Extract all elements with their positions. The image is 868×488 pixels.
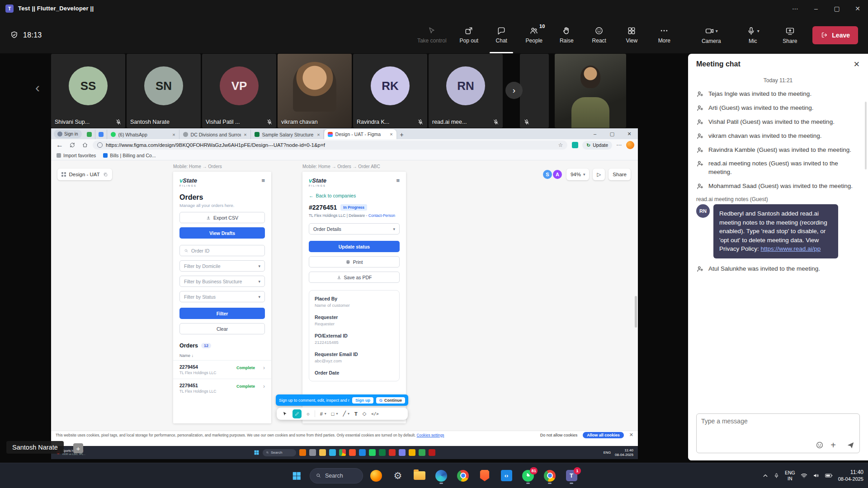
mic-button[interactable]: ▾ Mic	[732, 17, 774, 53]
zoom-control[interactable]: 94% ▾	[566, 169, 590, 180]
chat-close-icon[interactable]: ✕	[854, 60, 860, 69]
chevron-down-icon[interactable]: ▾	[336, 412, 338, 416]
frame-label[interactable]: Mobile: Home → Orders	[173, 164, 222, 169]
tab-close-icon[interactable]: ×	[172, 132, 175, 137]
favorite-bookmark-item[interactable]: Bills | Billing and Co...	[103, 153, 156, 158]
search-pill[interactable]: Search	[263, 449, 296, 456]
dev-mode-icon[interactable]: </>	[371, 412, 378, 416]
app-icon[interactable]	[309, 449, 316, 456]
scroll-right-icon[interactable]: ›	[505, 82, 523, 99]
taskbar-search[interactable]: Search	[310, 468, 363, 483]
chrome-icon[interactable]	[454, 467, 472, 484]
contact-person-link[interactable]: Contact-Person	[368, 213, 395, 218]
participant-tile[interactable]: vikram chavan	[278, 54, 352, 128]
participant-tile[interactable]: RK Ravindra K...	[353, 54, 427, 128]
filter-button[interactable]: Filter	[179, 308, 265, 319]
chrome-profile2-icon[interactable]	[541, 467, 558, 484]
message-bubble[interactable]: Redberyl and Santosh added read.ai meeti…	[713, 204, 838, 258]
app-icon[interactable]	[319, 449, 326, 456]
browser-maximize-button[interactable]: ▢	[604, 128, 621, 139]
edge-icon[interactable]	[433, 467, 450, 484]
filter-status-select[interactable]: Filter by Status▾	[179, 291, 265, 302]
message-input-box[interactable]: +	[696, 413, 860, 453]
browser-tab[interactable]: Sample Salary Structure with cal... ×	[251, 130, 324, 139]
new-tab-button[interactable]: +	[396, 130, 407, 139]
hamburger-icon[interactable]: ≡	[261, 177, 265, 184]
people-button[interactable]: 10 People	[518, 17, 550, 53]
browser-tab-active[interactable]: Design - UAT - Figma ×	[324, 129, 396, 139]
chevron-down-icon[interactable]: ▾	[325, 412, 326, 416]
app-icon[interactable]	[409, 449, 415, 456]
browser-close-button[interactable]: ✕	[621, 128, 638, 139]
app-icon[interactable]	[419, 449, 425, 456]
app-icon[interactable]	[379, 449, 386, 456]
share-controls-button[interactable]: +	[73, 443, 83, 453]
file-explorer-icon[interactable]	[411, 467, 428, 484]
raise-hand-button[interactable]: Raise	[550, 17, 583, 53]
filter-structure-select[interactable]: Filter by Business Structure▾	[179, 276, 265, 287]
camera-dropdown-icon[interactable]: ▾	[716, 28, 718, 33]
extension-icon[interactable]	[572, 142, 578, 148]
participant-tile[interactable]: SS Shivani Sup...	[51, 54, 125, 128]
tab-close-icon[interactable]: ×	[390, 131, 392, 137]
figma-file-chip[interactable]: Design - UAT	[57, 169, 112, 180]
order-id-input[interactable]: Order ID	[179, 245, 265, 256]
canvas-scrollbar[interactable]	[635, 296, 637, 328]
comment-tool-icon[interactable]: ○	[307, 411, 310, 417]
update-status-button[interactable]: Update status	[309, 241, 400, 252]
participant-tile[interactable]	[555, 54, 626, 128]
browser-minimize-button[interactable]: –	[586, 128, 604, 139]
taskbar-clock[interactable]: 11:40 08-04-2025	[838, 469, 863, 483]
pop-out-button[interactable]: Pop out	[453, 17, 485, 53]
app-icon[interactable]	[339, 449, 346, 456]
attach-icon[interactable]: +	[830, 441, 836, 450]
whatsapp-icon[interactable]: 81	[519, 467, 537, 484]
view-drafts-button[interactable]: View Drafts	[179, 227, 265, 239]
site-info-icon[interactable]	[97, 142, 103, 148]
actions-tool-icon[interactable]: ◇	[363, 411, 366, 417]
start-icon[interactable]	[254, 450, 259, 455]
hamburger-icon[interactable]: ≡	[396, 177, 400, 184]
frame-label[interactable]: Mobile: Home → Orders → Order ABC	[302, 164, 380, 169]
browser-update-button[interactable]: ↻ Update	[582, 141, 612, 150]
app-icon[interactable]	[359, 449, 366, 456]
print-button[interactable]: Print	[309, 256, 400, 267]
settings-icon[interactable]: ⚙	[389, 467, 406, 484]
sign-up-button[interactable]: Sign up	[352, 397, 373, 404]
collaborator-avatar[interactable]: A	[552, 169, 563, 180]
titlebar-more-icon[interactable]: ⋯	[785, 0, 806, 17]
hidden-icons-chevron[interactable]	[763, 473, 768, 479]
volume-icon[interactable]	[813, 472, 820, 479]
mockup-orders-frame[interactable]: vState FILINGS ≡ Orders Manage all your …	[173, 172, 271, 423]
app-icon[interactable]	[389, 449, 396, 456]
pinned-tab[interactable]	[84, 130, 95, 139]
maximize-button[interactable]: ▢	[826, 0, 847, 17]
browser-menu-icon[interactable]: ⋯	[616, 142, 622, 148]
tab-close-icon[interactable]: ×	[244, 132, 246, 137]
tab-close-icon[interactable]: ×	[317, 132, 320, 137]
privacy-policy-link[interactable]: https://www.read.ai/pp	[761, 245, 821, 252]
send-icon[interactable]	[846, 441, 855, 450]
continue-with-google-button[interactable]: G Continue	[376, 397, 405, 404]
browser-tab[interactable]: DC Divisions and Surroundings ×	[179, 130, 251, 139]
favorite-star-icon[interactable]: ☆	[558, 142, 563, 148]
react-button[interactable]: React	[583, 17, 615, 53]
frame-tool-icon[interactable]: #	[320, 411, 323, 417]
vscode-icon[interactable]: ‹›	[498, 467, 515, 484]
app-icon[interactable]	[369, 449, 376, 456]
mic-dropdown-icon[interactable]: ▾	[757, 28, 760, 33]
camera-button[interactable]: ▾ Camera	[690, 17, 732, 53]
clear-button[interactable]: Clear	[179, 323, 265, 334]
app-icon[interactable]	[349, 449, 356, 456]
present-button[interactable]: ▷	[593, 169, 605, 180]
more-button[interactable]: More	[648, 17, 680, 53]
orders-column-header[interactable]: Name ↓	[179, 353, 265, 358]
firefox-icon[interactable]	[368, 467, 385, 484]
minimize-button[interactable]: –	[806, 0, 826, 17]
participant-tile-partial[interactable]	[520, 54, 549, 128]
app-icon[interactable]	[429, 449, 435, 456]
emoji-icon[interactable]	[816, 441, 824, 449]
shape-tool-icon[interactable]: □	[331, 411, 335, 417]
participant-tile[interactable]: RN read.ai mee...	[429, 54, 503, 128]
deny-cookies-button[interactable]: Do not allow cookies	[540, 433, 578, 437]
